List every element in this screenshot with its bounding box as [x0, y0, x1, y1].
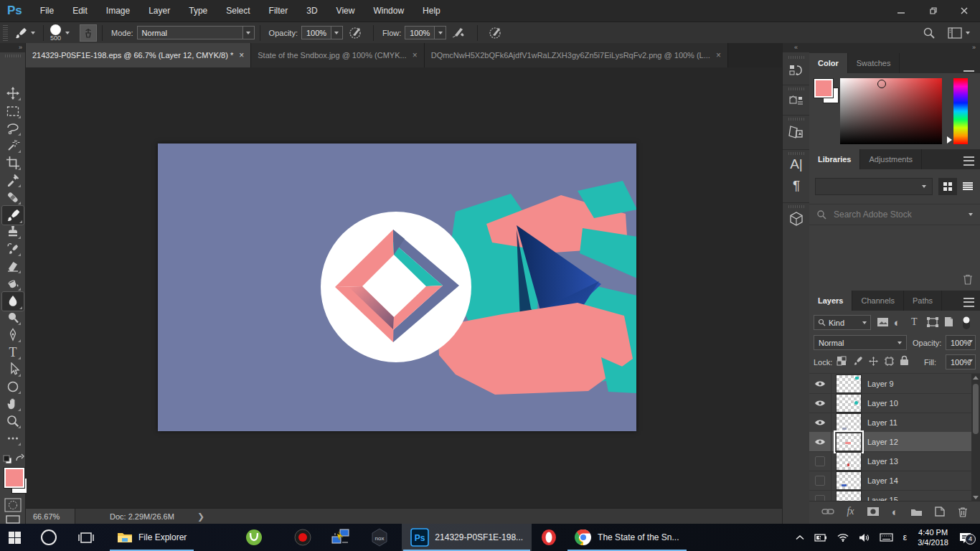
stock-search-bar[interactable]: Search Adobe Stock [809, 204, 980, 225]
color-foreground-swatch[interactable] [814, 79, 833, 98]
layer-thumbnail[interactable] [836, 413, 862, 432]
document-tab-3[interactable]: DQmcNwH5X2bQFk6AjdfV1wRaLZXH3gy6Zn5i7EiL… [425, 43, 728, 67]
layer-row-9[interactable]: Layer 9 [809, 374, 971, 394]
menu-edit[interactable]: Edit [63, 0, 97, 22]
default-colors-icon[interactable] [3, 455, 13, 465]
type-tool[interactable]: T [4, 344, 22, 361]
layer-name[interactable]: Layer 12 [867, 438, 898, 446]
menu-window[interactable]: Window [364, 0, 413, 22]
foreground-color-swatch[interactable] [4, 468, 24, 488]
hue-slider[interactable] [953, 78, 968, 144]
history-brush-tool[interactable] [4, 240, 22, 258]
brush-tool-selected[interactable] [1, 205, 24, 225]
tab-layers[interactable]: Layers [809, 291, 852, 311]
grid-view-button[interactable] [938, 178, 957, 195]
expand-panels-icon[interactable]: » [809, 43, 980, 53]
menu-image[interactable]: Image [97, 0, 139, 22]
lasso-tool[interactable] [4, 120, 22, 137]
visibility-toggle-empty[interactable] [809, 451, 831, 471]
menu-help[interactable]: Help [413, 0, 450, 22]
new-layer-icon[interactable] [935, 507, 945, 517]
menu-3d[interactable]: 3D [297, 0, 326, 22]
color-picker-cursor[interactable] [877, 80, 886, 88]
volume-icon[interactable] [854, 533, 875, 542]
add-layer-mask-icon[interactable] [867, 507, 880, 517]
workspace-switcher[interactable] [948, 27, 970, 39]
brush-preset-chevron-icon[interactable] [65, 32, 70, 34]
layer-thumbnail[interactable] [836, 394, 862, 413]
lock-position-icon[interactable] [868, 356, 879, 367]
taskbar-utorrent[interactable] [237, 524, 271, 551]
brush-preset-picker[interactable]: 500 [50, 24, 61, 42]
hue-slider-pointer[interactable] [947, 136, 952, 143]
clone-stamp-tool[interactable] [4, 223, 22, 240]
library-select-dropdown[interactable] [815, 178, 933, 195]
layer-name[interactable]: Layer 9 [867, 380, 894, 388]
flow-dropdown[interactable]: 100% [405, 26, 446, 39]
filter-adjustment-layers-icon[interactable]: ◐ [894, 316, 900, 329]
tool-preset-picker[interactable] [11, 26, 38, 40]
tab-color[interactable]: Color [809, 53, 848, 73]
blur-tool[interactable] [1, 291, 24, 311]
menu-view[interactable]: View [327, 0, 364, 22]
taskbar-recorder[interactable] [286, 524, 320, 551]
pressure-opacity-button[interactable] [343, 26, 368, 39]
character-panel-icon[interactable]: A| [783, 156, 810, 172]
visibility-eye-icon[interactable] [809, 393, 831, 413]
blend-mode-dropdown[interactable]: Normal [137, 26, 255, 39]
new-group-icon[interactable] [910, 507, 923, 517]
status-chevron-icon[interactable]: ❯ [197, 512, 204, 522]
layer-style-fx-button[interactable]: fx [847, 506, 854, 517]
tab-libraries[interactable]: Libraries [809, 149, 860, 169]
move-tool[interactable] [4, 85, 22, 102]
screen-mode-button[interactable] [6, 515, 20, 524]
menu-filter[interactable]: Filter [260, 0, 298, 22]
filter-smart-objects-icon[interactable] [944, 316, 953, 327]
cortana-button[interactable] [29, 524, 68, 551]
layer-filter-kind-dropdown[interactable]: Kind [814, 315, 871, 330]
layer-name[interactable]: Layer 11 [867, 418, 897, 427]
visibility-eye-icon[interactable] [809, 374, 831, 393]
close-tab-icon[interactable]: × [413, 50, 418, 60]
close-tab-icon[interactable]: × [716, 50, 721, 60]
menu-type[interactable]: Type [179, 0, 217, 22]
filter-toggle-switch[interactable] [961, 315, 971, 331]
generator-panel-icon[interactable] [783, 93, 810, 109]
zoom-level-field[interactable]: 66.67% [26, 509, 75, 524]
ellipse-tool[interactable] [4, 378, 22, 395]
layer-row-11[interactable]: Layer 11 [809, 413, 971, 433]
taskbar-photoshop-active[interactable]: Ps 214329-P0SF1E-198... [402, 524, 532, 551]
fill-chevron-icon[interactable] [969, 359, 973, 362]
task-view-button[interactable] [68, 524, 104, 551]
visibility-eye-icon[interactable] [809, 413, 831, 432]
eyedropper-tool[interactable] [4, 171, 22, 189]
layers-scrollbar[interactable] [971, 374, 980, 501]
edit-toolbar-button[interactable] [4, 430, 22, 447]
lock-transparent-pixels-icon[interactable] [837, 356, 847, 367]
swap-colors-icon[interactable] [14, 453, 24, 463]
lock-image-pixels-icon[interactable] [852, 356, 863, 367]
tray-expand-icon[interactable] [791, 534, 809, 540]
visibility-toggle-empty[interactable] [809, 490, 831, 501]
taskbar-nox[interactable]: nox [362, 524, 397, 551]
saturation-brightness-box[interactable] [840, 78, 942, 144]
scroll-down-icon[interactable] [973, 496, 979, 499]
document-canvas[interactable] [158, 143, 636, 431]
minimize-button[interactable] [885, 0, 917, 22]
layer-row-10[interactable]: Layer 10 [809, 393, 971, 413]
filter-pixel-layers-icon[interactable] [877, 317, 889, 327]
spot-healing-brush-tool[interactable] [4, 189, 22, 206]
delete-library-item-icon[interactable] [963, 274, 973, 285]
wifi-icon[interactable] [832, 533, 854, 542]
menu-select[interactable]: Select [217, 0, 259, 22]
glyphs-panel-icon[interactable] [783, 123, 810, 141]
delete-layer-icon[interactable] [958, 507, 968, 517]
layer-thumbnail[interactable] [836, 375, 862, 393]
layers-panel-menu-icon[interactable] [963, 298, 974, 307]
visibility-toggle-empty[interactable] [809, 471, 831, 490]
magic-wand-tool[interactable] [4, 137, 22, 154]
taskbar-opera[interactable] [532, 524, 566, 551]
close-tab-icon[interactable]: × [239, 50, 244, 60]
paint-bucket-tool[interactable] [4, 275, 22, 292]
eraser-tool[interactable] [4, 258, 22, 275]
